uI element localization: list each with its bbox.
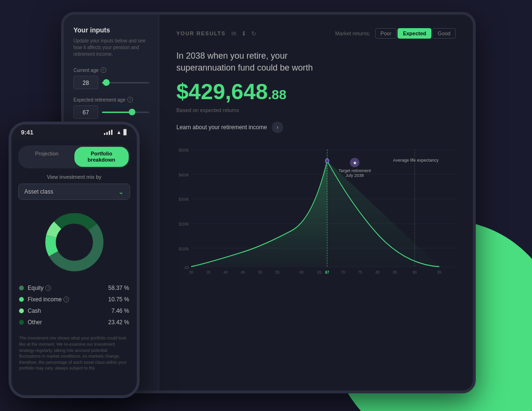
cash-dot <box>19 308 24 313</box>
legend-equity: Equity ? 58.37 % <box>19 285 129 291</box>
market-returns: Market returns: Poor Expected Good <box>335 28 456 39</box>
equity-label: Equity ? <box>28 285 51 291</box>
current-age-label: Current age ? <box>73 67 149 73</box>
download-icon[interactable]: ⬇ <box>241 30 246 37</box>
inputs-title: Your inputs <box>73 26 149 34</box>
avg-life-label: Average life expectancy <box>393 158 439 163</box>
tab-portfolio-line2: breakdown <box>78 157 125 163</box>
retirement-age-input-row: 67 <box>73 105 149 119</box>
svg-text:30: 30 <box>189 270 194 275</box>
market-poor-button[interactable]: Poor <box>375 28 397 39</box>
phone-time: 9:41 <box>21 129 33 136</box>
svg-text:75: 75 <box>358 270 362 275</box>
wifi-icon: ▲ <box>116 129 122 135</box>
donut-chart-container <box>11 206 137 278</box>
legend-other: Other 23.42 % <box>19 319 129 326</box>
tab-projection[interactable]: Projection <box>20 147 74 167</box>
svg-text:45: 45 <box>241 270 245 275</box>
cash-label: Cash <box>28 308 41 314</box>
chart-area: ★ Target retirement July 2038 Average li… <box>176 144 456 278</box>
svg-text:65: 65 <box>317 270 322 275</box>
svg-text:£0: £0 <box>184 265 189 270</box>
learn-label: Learn about your retirement income <box>176 124 267 131</box>
other-dot <box>19 320 24 325</box>
donut-chart-svg <box>41 209 108 276</box>
current-age-group: Current age ? 28 <box>73 67 149 89</box>
results-title: YOUR RESULTS <box>176 31 225 36</box>
svg-text:40: 40 <box>224 270 228 275</box>
svg-text:$100k: $100k <box>179 246 189 251</box>
result-amount-cents: .88 <box>268 87 286 102</box>
market-expected-button[interactable]: Expected <box>398 28 431 39</box>
asset-class-dropdown[interactable]: Asset class ⌄ <box>18 184 130 200</box>
other-pct: 23.42 % <box>108 319 129 326</box>
market-good-button[interactable]: Good <box>432 28 456 39</box>
phone-status-bar: 9:41 ▲ ▊ <box>11 124 137 140</box>
current-age-slider-thumb[interactable] <box>103 79 110 86</box>
fixed-income-info-icon[interactable]: ? <box>63 297 69 302</box>
svg-text:85: 85 <box>393 270 397 275</box>
fixed-income-dot <box>19 297 24 302</box>
svg-text:$400k: $400k <box>179 172 189 177</box>
signal-bar-2 <box>106 132 108 135</box>
dropdown-arrow-icon: ⌄ <box>118 188 124 195</box>
dropdown-value: Asset class <box>24 188 53 195</box>
result-headline: In 2038 when you retire, your superannua… <box>176 50 348 74</box>
chart-svg: $500k $400k $300k $200k $100k £0 30 35 <box>176 144 456 278</box>
retirement-age-info-icon[interactable]: ? <box>127 97 133 103</box>
cash-pct: 7.46 % <box>112 308 129 314</box>
learn-chevron-icon: › <box>272 122 283 133</box>
legend-items: Equity ? 58.37 % Fixed income ? 10.75 % <box>11 285 137 326</box>
donut-hole <box>60 228 89 257</box>
right-panel: YOUR RESULTS ✉ ⬇ ↻ Market returns: Poor … <box>159 15 473 390</box>
legend-cash: Cash 7.46 % <box>19 308 129 314</box>
equity-dot <box>19 286 24 290</box>
results-title-row: YOUR RESULTS ✉ ⬇ ↻ <box>176 30 256 37</box>
refresh-icon[interactable]: ↻ <box>251 30 256 37</box>
tab-toggle: Projection Portfolio breakdown <box>18 145 130 168</box>
svg-text:55: 55 <box>276 270 280 275</box>
phone-status-icons: ▲ ▊ <box>104 129 127 135</box>
phone-device: 9:41 ▲ ▊ Projection Portfolio breakdown … <box>9 122 140 398</box>
svg-text:70: 70 <box>341 270 346 275</box>
retirement-age-value[interactable]: 67 <box>73 105 98 119</box>
current-age-info-icon[interactable]: ? <box>101 67 106 73</box>
signal-bar-4 <box>111 130 113 135</box>
fixed-income-label: Fixed income ? <box>28 296 69 303</box>
svg-text:60: 60 <box>300 270 304 275</box>
svg-text:$200k: $200k <box>179 222 189 227</box>
signal-bar-3 <box>109 131 110 135</box>
other-label: Other <box>28 319 42 326</box>
target-retirement-label: Target retirement <box>338 168 371 173</box>
target-retirement-date: July 2038 <box>338 173 371 178</box>
retirement-age-slider-thumb[interactable] <box>129 109 135 115</box>
header-icons: ✉ ⬇ ↻ <box>231 30 256 37</box>
current-age-slider[interactable] <box>102 82 149 83</box>
email-icon[interactable]: ✉ <box>231 30 236 37</box>
current-age-input-row: 28 <box>73 76 149 89</box>
svg-text:35: 35 <box>206 270 211 275</box>
market-returns-label: Market returns: <box>335 31 370 36</box>
result-sub: Based on expected returns <box>176 107 456 113</box>
tab-portfolio-breakdown[interactable]: Portfolio breakdown <box>74 147 129 167</box>
retirement-age-label: Expected retirement age ? <box>73 97 149 103</box>
equity-info-icon[interactable]: ? <box>45 285 51 291</box>
svg-text:50: 50 <box>258 270 262 275</box>
phone-footer-text: The investment mix shows what your portf… <box>11 330 137 371</box>
svg-text:95: 95 <box>437 270 441 275</box>
svg-text:80: 80 <box>376 270 380 275</box>
retirement-age-slider-fill <box>102 112 130 113</box>
chart-tooltip-retirement: ★ Target retirement July 2038 <box>338 158 371 178</box>
results-header: YOUR RESULTS ✉ ⬇ ↻ Market returns: Poor … <box>176 28 456 39</box>
tooltip-star-icon: ★ <box>350 158 359 167</box>
learn-button[interactable]: Learn about your retirement income › <box>176 122 456 133</box>
legend-fixed-income: Fixed income ? 10.75 % <box>19 296 129 303</box>
current-age-value[interactable]: 28 <box>73 76 98 89</box>
equity-pct: 58.37 % <box>108 285 129 291</box>
retirement-age-slider[interactable] <box>102 112 149 113</box>
retirement-age-group: Expected retirement age ? 67 <box>73 97 149 119</box>
fixed-income-pct: 10.75 % <box>108 296 129 303</box>
inputs-subtitle: Update your inputs below and see how it … <box>73 38 149 58</box>
result-amount: $429,648.88 <box>176 79 456 104</box>
view-by-label: View investment mix by <box>11 174 137 180</box>
